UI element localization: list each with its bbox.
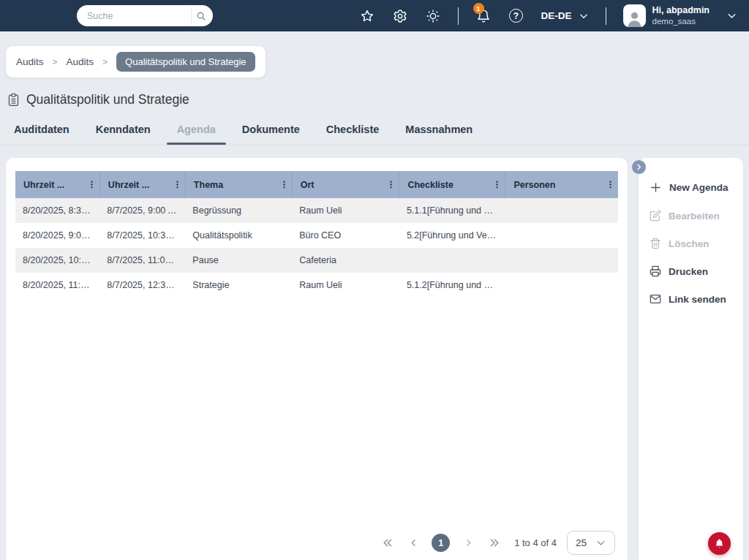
page-size-value: 25 — [576, 537, 587, 548]
topbar-divider — [458, 7, 459, 25]
column-menu-icon[interactable] — [173, 179, 182, 190]
column-menu-icon[interactable] — [279, 179, 289, 190]
search-box[interactable] — [77, 5, 213, 26]
breadcrumb: Audits > Audits > Qualitätspolitik und S… — [6, 46, 266, 77]
chevron-right-icon — [635, 163, 643, 171]
column-header-personen[interactable]: Personen — [505, 171, 618, 198]
language-selector[interactable]: DE-DE — [541, 10, 589, 21]
column-header-uhrzeit-von[interactable]: Uhrzeit ... — [15, 171, 99, 198]
column-header-ort[interactable]: Ort — [292, 171, 399, 198]
action-panel: New Agenda Bearbeiten Löschen Drucken Li… — [639, 158, 743, 560]
breadcrumb-separator: > — [53, 57, 58, 67]
edit-icon — [650, 210, 661, 222]
drucken-button[interactable]: Drucken — [650, 265, 743, 277]
chevron-down-icon — [726, 10, 737, 21]
last-page-button[interactable] — [486, 535, 503, 551]
user-menu[interactable]: Hi, abpadmin demo_saas — [623, 4, 737, 27]
pagination: 1 1 to 4 of 4 25 — [379, 531, 615, 555]
previous-page-button[interactable] — [405, 535, 421, 551]
mail-icon — [650, 293, 661, 305]
tab-bar: Auditdaten Kenndaten Agenda Dokumente Ch… — [0, 107, 749, 145]
agenda-table: Uhrzeit ... Uhrzeit ... Thema Ort Checkl… — [15, 171, 618, 298]
table-row[interactable]: 8/20/2025, 10:3...8/7/2025, 11:00 ...Pau… — [15, 248, 618, 273]
column-menu-icon[interactable] — [87, 179, 97, 190]
language-label: DE-DE — [541, 10, 572, 21]
notifications-fab-button[interactable] — [708, 532, 731, 555]
column-menu-icon[interactable] — [492, 179, 502, 190]
link-senden-button[interactable]: Link senden — [650, 293, 743, 305]
help-icon[interactable]: ? — [508, 8, 524, 24]
first-page-button[interactable] — [379, 535, 395, 551]
plus-icon — [650, 181, 662, 194]
settings-gear-icon[interactable] — [392, 8, 408, 24]
new-agenda-button[interactable]: New Agenda — [650, 181, 743, 194]
clipboard-icon — [7, 93, 20, 107]
chevron-down-icon — [595, 537, 606, 548]
tab-dokumente[interactable]: Dokumente — [242, 124, 300, 145]
column-menu-icon[interactable] — [386, 179, 396, 190]
notification-badge: 1 — [473, 3, 484, 14]
page-size-select[interactable]: 25 — [567, 531, 615, 555]
breadcrumb-item-audits[interactable]: Audits — [16, 56, 44, 67]
agenda-grid-card: Uhrzeit ... Uhrzeit ... Thema Ort Checkl… — [6, 158, 628, 560]
column-header-checkliste[interactable]: Checkliste — [399, 171, 505, 198]
tab-agenda[interactable]: Agenda — [177, 124, 216, 145]
trash-icon — [650, 238, 661, 249]
current-page-button[interactable]: 1 — [432, 534, 450, 552]
column-header-uhrzeit-bis[interactable]: Uhrzeit ... — [99, 171, 185, 198]
chevron-down-icon — [579, 11, 589, 21]
topbar-divider — [606, 7, 606, 25]
theme-brightness-icon[interactable] — [425, 8, 441, 24]
notifications-bell-icon[interactable]: 1 — [475, 8, 492, 24]
user-greeting: Hi, abpadmin — [652, 5, 710, 17]
collapse-panel-button[interactable] — [632, 160, 646, 174]
breadcrumb-item-audits-2[interactable]: Audits — [67, 56, 94, 67]
tab-auditdaten[interactable]: Auditdaten — [14, 124, 69, 145]
topbar: 1 ? DE-DE Hi, abpadmin demo_saas — [0, 0, 749, 31]
next-page-button[interactable] — [460, 535, 476, 551]
favorites-star-icon[interactable] — [359, 8, 375, 24]
tab-massnahmen[interactable]: Massnahmen — [405, 124, 473, 145]
loeschen-button: Löschen — [650, 238, 743, 249]
breadcrumb-current: Qualitätspolitik und Strategie — [116, 52, 255, 72]
breadcrumb-separator: > — [102, 57, 108, 67]
tab-checkliste[interactable]: Checkliste — [326, 124, 380, 145]
column-header-thema[interactable]: Thema — [185, 171, 292, 198]
page-title: Qualitätspolitik und Strategie — [26, 92, 189, 107]
table-row[interactable]: 8/20/2025, 9:00 ...8/7/2025, 10:30 ...Qu… — [15, 223, 618, 248]
table-row[interactable]: 8/20/2025, 8:30 ...8/7/2025, 9:00 A...Be… — [15, 198, 618, 223]
avatar — [623, 4, 646, 27]
bearbeiten-button: Bearbeiten — [650, 210, 743, 222]
search-icon[interactable] — [191, 7, 210, 25]
column-menu-icon[interactable] — [606, 179, 615, 190]
bell-icon — [714, 538, 725, 549]
table-row[interactable]: 8/20/2025, 11:0...8/7/2025, 12:30 ...Str… — [15, 273, 618, 298]
tab-kenndaten[interactable]: Kenndaten — [96, 124, 151, 145]
pagination-range: 1 to 4 of 4 — [514, 537, 557, 548]
printer-icon — [650, 265, 661, 277]
user-tenant: demo_saas — [652, 16, 710, 26]
